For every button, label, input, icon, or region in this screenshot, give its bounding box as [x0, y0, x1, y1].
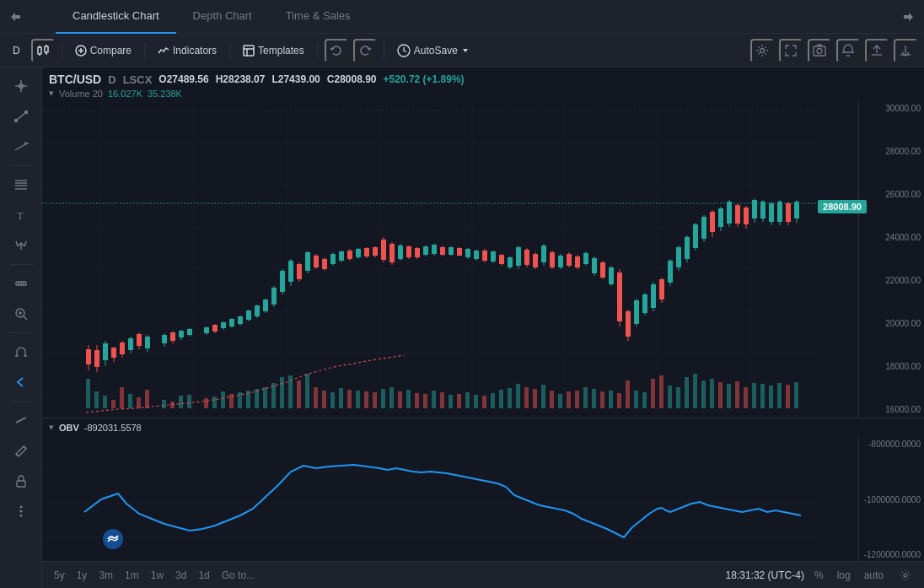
tabs-left: Candlestick Chart Depth Chart Time & Sal… [8, 0, 368, 34]
volume-chevron[interactable]: ▾ [49, 88, 54, 99]
svg-point-49 [19, 506, 22, 509]
svg-rect-270 [600, 262, 605, 278]
goto-button[interactable]: Go to... [217, 568, 260, 583]
price-tick: 16000.00 [862, 405, 921, 414]
log-toggle[interactable]: log [834, 568, 854, 583]
svg-rect-254 [533, 254, 538, 267]
indicators-button[interactable]: Indicators [152, 42, 223, 59]
svg-rect-186 [246, 310, 251, 320]
back-tool[interactable] [8, 369, 35, 396]
svg-rect-232 [440, 247, 445, 255]
tab-time-sales[interactable]: Time & Sales [269, 0, 368, 34]
svg-point-21 [24, 111, 27, 114]
redo-button[interactable] [353, 39, 377, 62]
zoom-tool[interactable] [8, 300, 35, 327]
timerange-1d[interactable]: 1d [193, 568, 214, 583]
top-tabs-bar: Candlestick Chart Depth Chart Time & Sal… [0, 0, 924, 34]
pencil-tool[interactable] [8, 437, 35, 464]
trend-tool[interactable] [8, 133, 35, 160]
upload-button[interactable] [865, 39, 889, 62]
autosave-button[interactable]: AutoSave [391, 41, 475, 60]
download-button[interactable] [894, 39, 917, 62]
bottom-settings-button[interactable] [894, 564, 917, 587]
timerange-1y[interactable]: 1y [72, 568, 93, 583]
timerange-3d[interactable]: 3d [170, 568, 191, 583]
svg-rect-198 [297, 264, 302, 279]
svg-rect-131 [634, 391, 638, 408]
svg-rect-127 [600, 391, 604, 408]
ohlc-change: +520.72 (+1.89%) [384, 73, 465, 85]
alert-button[interactable] [836, 39, 860, 62]
templates-button[interactable]: Templates [237, 42, 310, 59]
svg-line-44 [20, 419, 21, 420]
ohlc-high: H28238.07 [216, 73, 266, 85]
measure-tool[interactable] [8, 270, 35, 297]
ohlc-open: O27489.56 [158, 73, 208, 85]
svg-rect-91 [297, 380, 301, 408]
percent-toggle[interactable]: % [811, 568, 827, 583]
text-tool[interactable]: T [8, 202, 35, 229]
timerange-5y[interactable]: 5y [49, 568, 70, 583]
svg-rect-256 [541, 245, 546, 262]
compare-button[interactable]: Compare [69, 42, 137, 59]
candle-chart-wrapper: 14 2023 14 Feb 14 Mar 14 Apr 30000.00 28… [42, 100, 924, 418]
svg-rect-230 [432, 245, 437, 254]
timeframe-button[interactable]: D [7, 42, 26, 59]
fullscreen-button[interactable] [779, 39, 803, 62]
obv-chevron[interactable]: ▾ [49, 422, 54, 433]
svg-rect-148 [777, 383, 782, 408]
svg-line-35 [24, 316, 27, 320]
candle-chart-svg[interactable]: 14 2023 14 Feb 14 Mar 14 Apr [42, 100, 858, 418]
svg-rect-73 [128, 394, 132, 408]
collapse-left-icon[interactable] [8, 10, 22, 24]
more-tool[interactable] [8, 498, 35, 525]
obv-chart-row: -800000.0000 -1000000.0000 -1200000.0000 [42, 436, 924, 563]
collapse-right-icon[interactable] [902, 10, 916, 24]
svg-rect-178 [212, 325, 218, 332]
svg-rect-115 [499, 390, 503, 408]
svg-rect-168 [162, 335, 167, 343]
svg-rect-147 [769, 386, 773, 408]
timerange-1m[interactable]: 1m [120, 568, 144, 583]
tab-depth[interactable]: Depth Chart [176, 0, 269, 34]
screenshot-button[interactable] [808, 39, 831, 62]
svg-rect-274 [617, 272, 622, 321]
fib-tool[interactable] [8, 171, 35, 198]
pitchfork-tool[interactable] [8, 232, 35, 259]
svg-point-50 [19, 510, 22, 513]
ohlc-low: L27439.00 [271, 73, 320, 85]
svg-rect-262 [567, 254, 572, 266]
svg-rect-164 [137, 334, 142, 346]
line-tool[interactable] [8, 103, 35, 130]
svg-rect-107 [432, 391, 436, 408]
svg-rect-236 [457, 248, 462, 256]
auto-toggle[interactable]: auto [861, 568, 887, 583]
svg-rect-118 [524, 387, 529, 408]
timerange-1w[interactable]: 1w [146, 568, 169, 583]
svg-rect-260 [558, 256, 563, 267]
crosshair-tool[interactable] [8, 73, 35, 100]
svg-rect-122 [558, 394, 562, 408]
svg-rect-76 [162, 400, 166, 408]
svg-rect-124 [575, 391, 579, 408]
svg-rect-226 [415, 248, 420, 257]
ruler-tool[interactable] [8, 407, 35, 434]
series-type-button[interactable] [31, 39, 55, 62]
undo-button[interactable] [325, 39, 348, 62]
svg-rect-78 [179, 396, 183, 408]
svg-rect-98 [356, 391, 360, 408]
svg-rect-100 [373, 392, 377, 408]
svg-rect-97 [347, 390, 352, 408]
main-area: T [0, 67, 924, 588]
svg-rect-48 [17, 481, 25, 487]
obv-chart-svg[interactable] [42, 436, 858, 563]
svg-rect-246 [499, 255, 504, 264]
current-price-badge: 28008.90 [818, 200, 867, 213]
magnet-tool[interactable] [8, 338, 35, 365]
svg-rect-252 [524, 250, 529, 265]
timerange-3m[interactable]: 3m [94, 568, 118, 583]
lock-tool[interactable] [8, 467, 35, 494]
svg-rect-248 [508, 257, 513, 267]
tab-candlestick[interactable]: Candlestick Chart [56, 0, 176, 34]
settings-button[interactable] [750, 39, 774, 62]
